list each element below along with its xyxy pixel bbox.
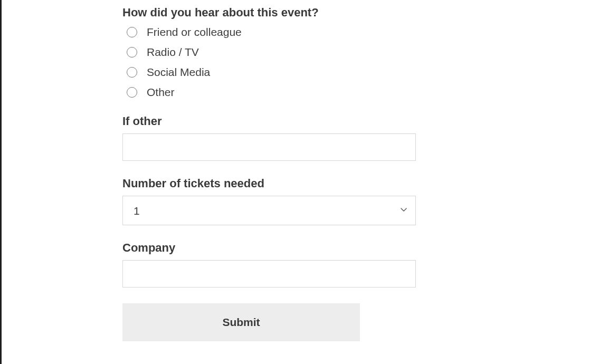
radio-option-friend: Friend or colleague [127,26,417,39]
left-border [0,0,2,364]
radio-friend-colleague[interactable] [127,27,137,37]
company-label: Company [122,241,417,255]
tickets-select-wrapper: 1 [122,196,416,225]
radio-social-media[interactable] [127,67,137,78]
if-other-field: If other [122,114,417,161]
company-field: Company [122,241,417,288]
hear-about-radio-group: Friend or colleague Radio / TV Social Me… [122,26,417,99]
tickets-label: Number of tickets needed [122,177,417,190]
radio-label-radio-tv[interactable]: Radio / TV [147,46,199,59]
submit-button[interactable]: Submit [122,303,360,341]
tickets-field: Number of tickets needed 1 [122,177,417,225]
if-other-input[interactable] [122,133,416,161]
form-container: How did you hear about this event? Frien… [0,0,417,341]
hear-about-field: How did you hear about this event? Frien… [122,6,417,99]
hear-about-label: How did you hear about this event? [122,6,417,20]
radio-option-radio-tv: Radio / TV [127,46,417,59]
radio-label-friend[interactable]: Friend or colleague [147,26,242,39]
radio-option-social: Social Media [127,66,417,79]
company-input[interactable] [122,260,416,288]
radio-other[interactable] [127,87,137,98]
tickets-select[interactable]: 1 [122,196,416,225]
radio-label-social[interactable]: Social Media [147,66,210,79]
if-other-label: If other [122,114,417,128]
radio-option-other: Other [127,86,417,99]
radio-radio-tv[interactable] [127,47,137,58]
radio-label-other[interactable]: Other [147,86,175,99]
